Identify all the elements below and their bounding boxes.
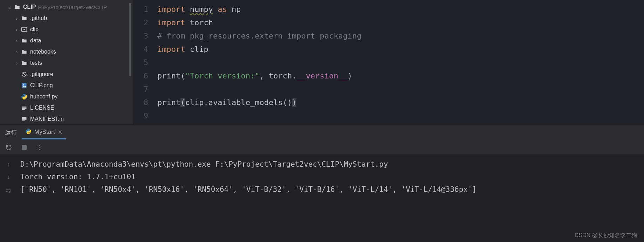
up-icon[interactable]: ↑	[5, 161, 12, 168]
editor-code-area[interactable]: import numpy as npimport torch# from pkg…	[155, 0, 644, 124]
file-icon	[20, 16, 28, 21]
tree-item-label: MANIFEST.in	[30, 116, 64, 122]
editor-gutter: 123456789	[133, 0, 155, 124]
run-tab-mystart[interactable]: MyStart ✕	[22, 126, 66, 139]
python-file-icon	[25, 128, 32, 136]
file-icon	[20, 38, 28, 43]
svg-line-3	[23, 73, 26, 76]
run-toolbar: ⋮	[0, 140, 644, 154]
svg-point-5	[23, 84, 24, 85]
tree-item--github[interactable]: ›.github	[0, 13, 133, 24]
down-icon[interactable]: ↓	[5, 173, 12, 181]
tree-item-license[interactable]: LICENSE	[0, 102, 133, 113]
tree-item-clip-png[interactable]: CLIP.png	[0, 80, 133, 91]
file-icon	[20, 83, 28, 88]
tree-item-hubconf-py[interactable]: hubconf.py	[0, 91, 133, 102]
sidebar-scrollbar[interactable]	[129, 3, 131, 76]
tree-item-label: notebooks	[30, 49, 56, 55]
chevron-right-icon[interactable]: ›	[13, 27, 20, 32]
file-icon	[20, 94, 28, 100]
tree-item-label: LICENSE	[30, 105, 54, 111]
tree-item-label: tests	[30, 60, 42, 66]
file-icon	[20, 27, 28, 32]
tree-root-path: F:\PyProject\Target2vec\CLIP	[38, 4, 107, 10]
tree-item-notebooks[interactable]: ›notebooks	[0, 46, 133, 57]
code-editor[interactable]: 123456789 import numpy as npimport torch…	[133, 0, 644, 124]
tree-item--gitignore[interactable]: .gitignore	[0, 69, 133, 80]
watermark: CSDN @长沙知名李二狗	[575, 232, 637, 239]
svg-point-1	[23, 29, 25, 30]
tree-root-label: CLIP	[23, 4, 36, 10]
close-icon[interactable]: ✕	[58, 129, 62, 136]
tree-item-data[interactable]: ›data	[0, 35, 133, 46]
chevron-down-icon[interactable]: ⌄	[6, 5, 13, 10]
run-tab-label: MyStart	[34, 129, 55, 136]
tree-item-label: .gitignore	[30, 71, 53, 77]
tree-item-tests[interactable]: ›tests	[0, 57, 133, 69]
tree-item-label: .github	[30, 15, 47, 21]
run-label: 运行	[5, 129, 17, 137]
more-icon[interactable]: ⋮	[36, 144, 43, 151]
rerun-icon[interactable]	[5, 144, 13, 151]
stop-icon[interactable]	[20, 144, 28, 151]
file-icon	[20, 105, 28, 110]
file-icon	[20, 117, 28, 122]
file-icon	[20, 61, 28, 65]
tree-item-label: CLIP.png	[30, 82, 53, 89]
file-icon	[20, 49, 28, 54]
chevron-right-icon[interactable]: ›	[13, 61, 20, 66]
softwrap-icon[interactable]	[5, 186, 12, 194]
chevron-right-icon[interactable]: ›	[13, 38, 20, 43]
tree-item-manifest-in[interactable]: MANIFEST.in	[0, 113, 133, 124]
tree-root[interactable]: ⌄ CLIP F:\PyProject\Target2vec\CLIP	[0, 1, 133, 13]
console-panel: ↑ ↓ D:\ProgramData\Anaconda3\envs\pt\pyt…	[0, 154, 644, 242]
file-icon	[20, 71, 28, 77]
tree-item-label: clip	[30, 26, 39, 33]
console-gutter: ↑ ↓	[0, 154, 17, 242]
project-sidebar[interactable]: ⌄ CLIP F:\PyProject\Target2vec\CLIP ›.gi…	[0, 0, 133, 124]
tree-item-label: data	[30, 37, 41, 44]
project-tree: ⌄ CLIP F:\PyProject\Target2vec\CLIP ›.gi…	[0, 0, 133, 124]
svg-rect-14	[22, 145, 27, 150]
folder-icon	[13, 5, 21, 9]
chevron-right-icon[interactable]: ›	[13, 16, 20, 21]
tree-item-clip[interactable]: ›clip	[0, 24, 133, 35]
tree-item-label: hubconf.py	[30, 94, 57, 100]
chevron-right-icon[interactable]: ›	[13, 49, 20, 55]
console-output[interactable]: D:\ProgramData\Anaconda3\envs\pt\python.…	[17, 154, 644, 242]
run-tabbar: 运行 MyStart ✕	[0, 124, 644, 140]
